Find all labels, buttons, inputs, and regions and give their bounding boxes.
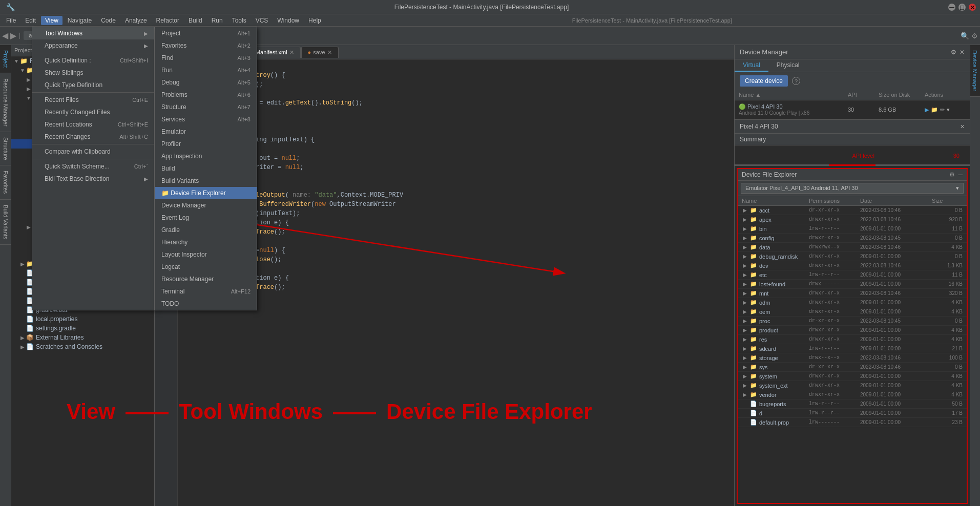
submenu-run[interactable]: Run Alt+4 [155,64,257,76]
dfe-row[interactable]: ▶📁mnt drwxr-xr-x 2022-03-08 10:46 320 B [738,289,967,298]
dfe-row[interactable]: ▶📁sys dr-xr-xr-x 2022-03-08 10:46 0 B [738,363,967,372]
window-controls[interactable]: ─ □ ✕ [948,4,976,11]
dfe-row[interactable]: ▶📁dev drwxr-xr-x 2022-03-08 10:46 1.3 KB [738,261,967,270]
tab-physical[interactable]: Physical [768,59,808,72]
tab-build-variants[interactable]: Build Variants [0,200,11,245]
submenu-build[interactable]: Build [155,162,257,175]
menu-code[interactable]: Code [97,16,120,25]
dfe-device-dropdown[interactable]: Emulator Pixel_4_API_30 Android 11, API … [741,183,964,194]
menu-recent-files[interactable]: Recent Files Ctrl+E [32,94,154,106]
edit-device-btn[interactable]: ✏ [940,107,945,113]
menu-recent-locations[interactable]: Recent Locations Ctrl+Shift+E [32,118,154,131]
submenu-debug[interactable]: Debug Alt+5 [155,76,257,89]
help-btn[interactable]: ? [792,77,800,85]
device-row[interactable]: 🟢 Pixel 4 API 30 Android 11.0 Google Pla… [735,100,970,119]
menu-quick-switch[interactable]: Quick Switch Scheme... Ctrl+` [32,160,154,173]
submenu-hierarchy[interactable]: Hierarchy [155,236,257,248]
dfe-row[interactable]: ▶📄default.prop lrw------- 2009-01-01 00:… [738,418,967,427]
submenu-todo[interactable]: TODO [155,298,257,310]
submenu-event-log[interactable]: Event Log [155,212,257,224]
menu-bidi[interactable]: Bidi Text Base Direction ▶ [32,173,154,185]
tab-virtual[interactable]: Virtual [735,59,768,72]
dfe-row[interactable]: ▶📁data drwxrwx--x 2022-03-08 10:46 4 KB [738,243,967,252]
dfe-row[interactable]: ▶📁debug_ramdisk drwxr-xr-x 2009-01-01 00… [738,252,967,261]
tab-close[interactable]: ✕ [289,49,294,56]
dfe-row[interactable]: ▶📁res drwxr-xr-x 2009-01-01 00:00 4 KB [738,335,967,344]
menu-analyze[interactable]: Analyze [121,16,151,25]
menu-window[interactable]: Window [273,16,303,25]
tab-resource-manager[interactable]: Resource Manager [0,73,11,132]
device-manager-settings[interactable]: ⚙ [951,49,956,56]
menu-view[interactable]: View [41,16,62,25]
submenu-project[interactable]: Project Alt+1 [155,27,257,39]
tab-device-manager[interactable]: Device Manager [970,45,980,97]
menu-quick-type[interactable]: Quick Type Definition [32,79,154,91]
tab-project[interactable]: Project [0,45,11,73]
tab-save[interactable]: ● save ✕ [301,47,339,58]
submenu-layout-inspector[interactable]: Layout Inspector [155,248,257,261]
tree-item-scratches[interactable]: ▶ 📄 Scratches and Consoles [11,342,154,351]
submenu-terminal[interactable]: Terminal Alt+F12 [155,285,257,298]
menu-help[interactable]: Help [304,16,325,25]
dfe-row[interactable]: ▶📁system drwxr-xr-x 2009-01-01 00:00 4 K… [738,372,967,381]
dfe-row[interactable]: ▶📁acct dr-xr-xr-x 2022-03-08 10:46 0 B [738,206,967,215]
submenu-build-variants[interactable]: Build Variants [155,175,257,187]
tree-item[interactable]: 📄 settings.gradle [11,324,154,333]
submenu-gradle[interactable]: Gradle [155,224,257,236]
tree-item[interactable]: 📄 local.properties [11,314,154,324]
submenu-favorites[interactable]: Favorites Alt+2 [155,39,257,52]
menu-vcs[interactable]: VCS [252,16,273,25]
menu-refactor[interactable]: Refactor [152,16,183,25]
folder-device-btn[interactable]: 📁 [931,107,938,113]
dfe-row[interactable]: ▶📁bin lrw-r--r-- 2009-01-01 00:00 11 B [738,224,967,234]
menu-show-siblings[interactable]: Show Siblings [32,67,154,79]
submenu-device-manager[interactable]: Device Manager [155,199,257,212]
run-device-btn[interactable]: ▶ [925,107,929,113]
device-actions[interactable]: ▶ 📁 ✏ ▾ [925,107,966,113]
submenu-profiler[interactable]: Profiler [155,138,257,150]
tab-favorites[interactable]: Favorites [0,165,11,199]
tab-structure[interactable]: Structure [0,132,11,166]
menu-tool-windows[interactable]: Tool Windows ▶ [32,27,154,39]
submenu-emulator[interactable]: Emulator [155,125,257,138]
menu-file[interactable]: File [2,16,20,25]
menu-build[interactable]: Build [184,16,206,25]
dfe-row[interactable]: ▶📁sdcard lrw-r--r-- 2009-01-01 00:00 21 … [738,344,967,353]
code-editor[interactable]: @Override protected void onDestroy() { s… [178,59,734,506]
dfe-row[interactable]: ▶📁odm drwxr-xr-x 2009-01-01 00:00 4 KB [738,298,967,307]
submenu-app-inspection[interactable]: App Inspection [155,150,257,162]
maximize-btn[interactable]: □ [958,4,966,11]
submenu-structure[interactable]: Structure Alt+7 [155,101,257,113]
menu-recent-changes[interactable]: Recent Changes Alt+Shift+C [32,131,154,143]
dfe-row[interactable]: ▶📁product drwxr-xr-x 2009-01-01 00:00 4 … [738,326,967,335]
dfe-row[interactable]: ▶📁apex drwxr-xr-x 2022-03-08 10:46 920 B [738,215,967,224]
close-btn[interactable]: ✕ [969,4,976,11]
create-device-btn[interactable]: Create device [740,75,788,87]
search-btn[interactable]: 🔍 [961,32,969,40]
dfe-settings[interactable]: ⚙ [949,171,955,178]
tree-item-external-libs[interactable]: ▶ 📦 External Libraries [11,333,154,342]
menu-compare-clipboard[interactable]: Compare with Clipboard [32,145,154,158]
selected-device-close[interactable]: ✕ [960,123,965,130]
dfe-row[interactable]: ▶📁etc lrw-r--r-- 2009-01-01 00:00 11 B [738,270,967,280]
dfe-minimize[interactable]: ─ [958,171,963,178]
dfe-row[interactable]: ▶📄d lrw-r--r-- 2009-01-01 00:00 17 B [738,409,967,418]
dfe-row[interactable]: ▶📁oem drwxr-xr-x 2009-01-01 00:00 4 KB [738,307,967,317]
submenu-problems[interactable]: Problems Alt+6 [155,89,257,101]
minimize-btn[interactable]: ─ [948,4,955,11]
menu-recently-changed[interactable]: Recently Changed Files [32,106,154,118]
dfe-row[interactable]: ▶📁lost+found drwx------ 2009-01-01 00:00… [738,280,967,289]
device-manager-close[interactable]: ✕ [960,49,965,56]
menu-edit[interactable]: Edit [21,16,40,25]
dfe-row[interactable]: ▶📁storage drwx--x--x 2022-03-08 10:46 10… [738,353,967,363]
settings-btn[interactable]: ⚙ [971,32,978,40]
menu-run[interactable]: Run [207,16,227,25]
dfe-row[interactable]: ▶📁vendor drwxr-xr-x 2009-01-01 00:00 4 K… [738,390,967,399]
toolbar-back[interactable]: ◀ [2,31,8,40]
tab-close[interactable]: ✕ [327,49,332,56]
menu-quick-definition[interactable]: Quick Definition : Ctrl+Shift+I [32,54,154,67]
submenu-device-file-explorer[interactable]: 📁 Device File Explorer [155,187,257,199]
toolbar-forward[interactable]: ▶ [10,31,16,40]
dfe-row[interactable]: ▶📁config drwxr-xr-x 2022-03-08 10:45 0 B [738,234,967,243]
dfe-row[interactable]: ▶📁proc dr-xr-xr-x 2022-03-08 10:45 0 B [738,317,967,326]
